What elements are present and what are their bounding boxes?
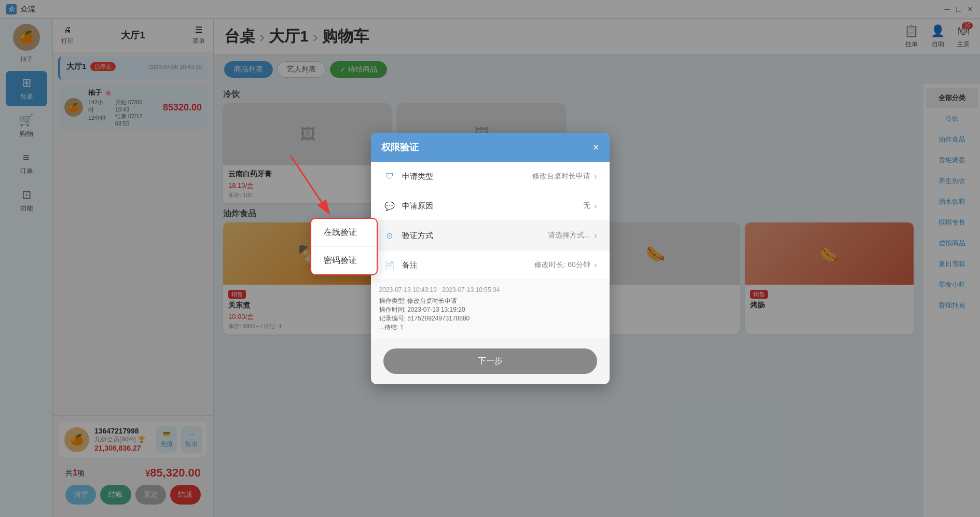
modal-footer: 下一步 <box>371 338 610 384</box>
modal-body: 🛡 申请类型 修改台桌时长申请 › 💬 申请原因 无 › <box>371 162 610 338</box>
red-arrow-indicator <box>280 150 342 223</box>
modal-header: 权限验证 × <box>371 133 610 162</box>
note-icon: 📄 <box>383 259 396 271</box>
modal-row-auth[interactable]: ⊙ 验证方式 请选择方式... › <box>371 221 610 250</box>
arrow-right-icon3: › <box>595 231 597 240</box>
modal-title: 权限验证 <box>381 141 419 153</box>
modal-row-note[interactable]: 📄 备注 修改时长: 60分钟 › <box>371 250 610 280</box>
log-time: 2023-07-13 10:43:19 2023-07-13 10:55:34 <box>379 286 601 294</box>
modal-overlay: 权限验证 × 🛡 申请类型 修改台桌时长申请 › 💬 申请原因 <box>0 0 980 517</box>
apply-type-value: 修改台桌时长申请 <box>532 172 590 181</box>
arrow-right-icon4: › <box>595 261 597 269</box>
log-detail: 操作类型: 修改台桌时长申请 操作时间: 2023-07-13 13:19:20… <box>379 297 601 332</box>
log-area: 2023-07-13 10:43:19 2023-07-13 10:55:34 … <box>371 280 610 338</box>
modal-row-reason[interactable]: 💬 申请原因 无 › <box>371 191 610 221</box>
modal-row-left-auth: ⊙ 验证方式 <box>383 229 433 242</box>
auth-modal: 权限验证 × 🛡 申请类型 修改台桌时长申请 › 💬 申请原因 <box>371 133 610 384</box>
online-verify-option[interactable]: 在线验证 <box>311 219 377 247</box>
verify-icon: ⊙ <box>383 229 396 242</box>
modal-row-type[interactable]: 🛡 申请类型 修改台桌时长申请 › <box>371 162 610 191</box>
dropdown-popup: 在线验证 密码验证 <box>310 218 378 275</box>
verify-method-value: 请选择方式... <box>548 231 590 240</box>
modal-row-left-type: 🛡 申请类型 <box>383 170 433 183</box>
apply-reason-value: 无 <box>583 201 590 211</box>
comment-icon: 💬 <box>383 200 396 212</box>
modal-row-right-reason: 无 › <box>583 201 597 211</box>
shield-icon: 🛡 <box>383 170 396 183</box>
apply-type-label: 申请类型 <box>402 172 433 181</box>
modal-row-right-note: 修改时长: 60分钟 › <box>534 260 597 270</box>
next-step-button[interactable]: 下一步 <box>383 348 597 374</box>
modal-row-right-type: 修改台桌时长申请 › <box>532 172 597 181</box>
arrow-right-icon: › <box>595 172 597 180</box>
note-label: 备注 <box>402 260 418 270</box>
verify-method-label: 验证方式 <box>402 231 433 241</box>
apply-reason-label: 申请原因 <box>402 201 433 211</box>
password-verify-option[interactable]: 密码验证 <box>311 247 377 274</box>
modal-row-right-auth: 请选择方式... › <box>548 231 597 240</box>
note-value: 修改时长: 60分钟 <box>534 260 590 270</box>
arrow-right-icon2: › <box>595 202 597 210</box>
modal-row-left-reason: 💬 申请原因 <box>383 200 433 212</box>
svg-line-1 <box>291 156 322 202</box>
modal-close-button[interactable]: × <box>593 142 599 153</box>
modal-row-left-note: 📄 备注 <box>383 259 418 271</box>
